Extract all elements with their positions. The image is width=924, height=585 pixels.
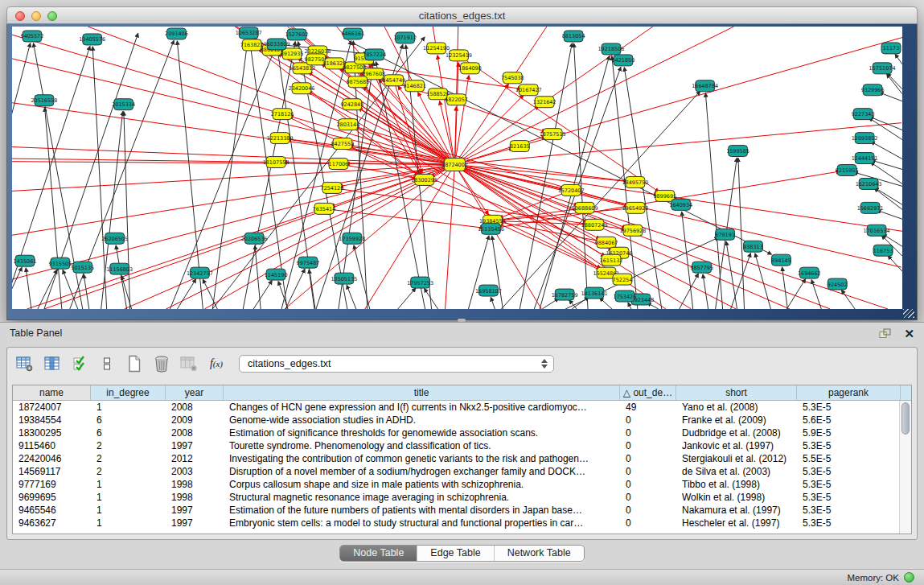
table-select[interactable]: citations_edges.txt xyxy=(239,355,554,373)
svg-text:9975487: 9975487 xyxy=(297,260,320,266)
table-settings-icon[interactable] xyxy=(15,354,35,373)
svg-text:18807249: 18807249 xyxy=(581,222,608,229)
svg-text:16648784: 16648784 xyxy=(692,83,718,89)
cell-name: 9465546 xyxy=(13,505,91,516)
svg-text:17957253: 17957253 xyxy=(407,280,433,286)
svg-text:8427552: 8427552 xyxy=(331,141,354,147)
panel-title: Table Panel xyxy=(10,328,62,339)
cell-pagerank: 5.3E-5 xyxy=(797,492,899,503)
network-canvas[interactable]: 1830029519384554181075541221338927181262… xyxy=(12,27,902,309)
svg-text:12213389: 12213389 xyxy=(267,135,294,142)
cell-short: Franke et al. (2009) xyxy=(676,414,797,426)
cell-short: Wolkin et al. (1998) xyxy=(676,492,797,503)
table-row[interactable]: 1456911722003Disruption of a novel membe… xyxy=(13,465,899,478)
svg-text:26206505: 26206505 xyxy=(101,236,128,242)
close-window-icon[interactable] xyxy=(15,11,25,21)
svg-text:6822057: 6822057 xyxy=(445,97,468,103)
table-row[interactable]: 969969511998Structural magnetic resonanc… xyxy=(13,491,899,504)
table-row[interactable]: 2242004622012Investigating the contribut… xyxy=(13,452,899,465)
cell-out_degree: 0 xyxy=(620,440,676,451)
svg-text:8215955: 8215955 xyxy=(836,167,859,174)
column-header-name[interactable]: name xyxy=(13,385,91,400)
svg-text:16958107: 16958107 xyxy=(475,288,502,295)
tab-network-table[interactable]: Network Table xyxy=(494,546,584,561)
svg-text:15135456: 15135456 xyxy=(478,226,504,233)
window-titlebar[interactable]: citations_edges.txt xyxy=(6,6,918,24)
scrollbar-thumb[interactable] xyxy=(901,402,910,435)
cell-short: Dudbridge et al. (2008) xyxy=(676,427,797,439)
new-table-icon[interactable] xyxy=(125,354,144,373)
svg-text:1321642: 1321642 xyxy=(533,99,556,105)
cell-title: Structural magnetic resonance image aver… xyxy=(224,492,620,503)
function-builder-icon[interactable]: f(x) xyxy=(207,354,226,373)
svg-text:16543812: 16543812 xyxy=(290,65,316,72)
cell-short: Yano et al. (2008) xyxy=(676,402,797,413)
column-header-title[interactable]: title xyxy=(224,385,620,400)
svg-text:1071912: 1071912 xyxy=(393,35,417,41)
resize-grip-icon[interactable] xyxy=(903,309,914,318)
svg-text:16033809: 16033809 xyxy=(264,41,290,47)
cell-short: Jankovic et al. (1997) xyxy=(676,440,797,451)
svg-text:6466161: 6466161 xyxy=(341,31,364,37)
close-icon[interactable]: ✕ xyxy=(904,328,914,340)
cell-title: Changes of HCN gene expression and I(f) … xyxy=(224,402,620,413)
svg-text:12342757: 12342757 xyxy=(187,270,213,277)
svg-text:20206536: 20206536 xyxy=(241,236,268,242)
table-toolbar: f(x) citations_edges.txt xyxy=(7,348,917,380)
vertical-scrollbar[interactable] xyxy=(899,401,911,534)
svg-text:1527602: 1527602 xyxy=(285,31,309,38)
svg-text:15751074: 15751074 xyxy=(869,65,896,72)
cell-name: 22420046 xyxy=(13,453,91,464)
cell-in_degree: 6 xyxy=(91,427,166,439)
cell-in_degree: 2 xyxy=(91,440,166,451)
table-row[interactable]: 1872400712008Changes of HCN gene express… xyxy=(13,401,899,414)
cell-in_degree: 1 xyxy=(91,517,166,529)
table-row[interactable]: 946554611997Estimation of the future num… xyxy=(13,504,899,517)
svg-text:2091406: 2091406 xyxy=(165,31,188,37)
svg-text:2015334: 2015334 xyxy=(112,101,135,108)
cell-title: Embryonic stem cells: a model to study s… xyxy=(224,517,620,529)
float-window-icon[interactable] xyxy=(879,328,891,339)
column-header-year[interactable]: year xyxy=(166,385,224,400)
cell-name: 14569117 xyxy=(13,466,91,477)
cell-pagerank: 5.3E-5 xyxy=(797,466,899,477)
minimize-window-icon[interactable] xyxy=(31,11,41,21)
table-row[interactable]: 911546021997Tourette syndrome. Phenomeno… xyxy=(13,439,899,452)
cell-in_degree: 1 xyxy=(91,505,166,516)
column-header-short[interactable]: short xyxy=(676,385,797,400)
table-row[interactable]: 977716911998Corpus callosum shape and si… xyxy=(13,478,899,491)
cell-in_degree: 1 xyxy=(91,402,166,413)
svg-text:8912935: 8912935 xyxy=(281,51,304,57)
svg-text:9857795: 9857795 xyxy=(690,265,713,271)
delete-table-disabled-icon xyxy=(179,354,199,373)
cell-year: 1998 xyxy=(166,492,224,503)
select-rows-icon[interactable] xyxy=(70,354,89,373)
column-header-out_degree[interactable]: △ out_de… xyxy=(620,385,676,400)
svg-text:1640934: 1640934 xyxy=(669,202,692,208)
cell-in_degree: 2 xyxy=(91,453,166,464)
cell-title: Corpus callosum shape and size in male p… xyxy=(224,479,620,490)
tab-node-table[interactable]: Node Table xyxy=(340,546,417,561)
row-height-icon[interactable] xyxy=(97,354,117,373)
table-row[interactable]: 1938455462009Genome-wide association stu… xyxy=(13,414,899,426)
node-table: namein_degreeyeartitle△ out_de…shortpage… xyxy=(12,385,912,534)
column-header-in_degree[interactable]: in_degree xyxy=(91,385,166,400)
show-columns-icon[interactable] xyxy=(43,354,62,373)
tab-edge-table[interactable]: Edge Table xyxy=(417,546,493,561)
svg-text:9315505: 9315505 xyxy=(48,261,72,267)
column-header-pagerank[interactable]: pagerank xyxy=(797,385,901,400)
svg-text:1435061: 1435061 xyxy=(14,258,37,265)
cell-in_degree: 1 xyxy=(91,492,166,503)
svg-text:2803144: 2803144 xyxy=(336,122,359,128)
network-graph: 1830029519384554181075541221338927181262… xyxy=(12,27,902,309)
table-row[interactable]: 1830029562008Estimation of significance … xyxy=(13,426,899,439)
svg-text:924502: 924502 xyxy=(827,282,848,288)
cell-short: de Silva et al. (2003) xyxy=(676,466,797,477)
delete-icon[interactable] xyxy=(152,354,171,373)
cell-short: Nakamura et al. (1997) xyxy=(676,505,797,516)
svg-text:6421850: 6421850 xyxy=(612,57,635,64)
window-title: citations_edges.txt xyxy=(419,10,506,22)
zoom-window-icon[interactable] xyxy=(47,11,57,21)
table-row[interactable]: 946362711997Embryonic stem cells: a mode… xyxy=(13,517,899,529)
svg-text:18724007: 18724007 xyxy=(441,162,468,168)
